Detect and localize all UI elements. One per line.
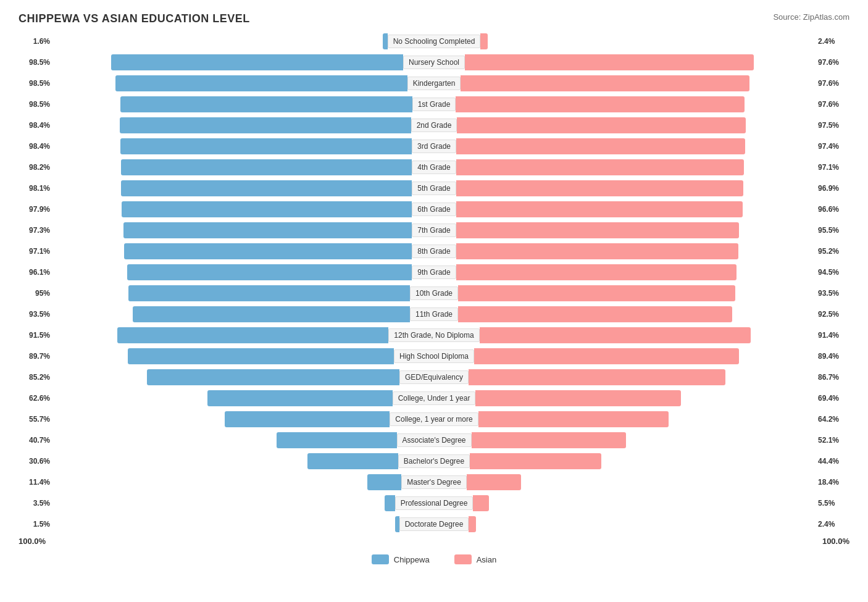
chart-row: 55.7% College, 1 year or more 64.2% xyxy=(19,409,849,429)
right-bar-container xyxy=(473,495,816,511)
left-value: 97.9% xyxy=(19,205,52,214)
right-value: 97.5% xyxy=(816,121,849,130)
chart-row: 1.6% No Schooling Completed 2.4% xyxy=(19,31,849,51)
row-label: 3rd Grade xyxy=(412,140,456,153)
right-bar-container xyxy=(470,453,816,469)
left-bar xyxy=(123,222,412,238)
left-value: 98.5% xyxy=(19,100,52,109)
right-value: 97.4% xyxy=(816,142,849,151)
right-bar xyxy=(456,243,738,259)
left-bar xyxy=(147,369,399,385)
left-value: 95% xyxy=(19,289,52,298)
left-bar-container xyxy=(52,306,410,322)
left-bar xyxy=(128,348,394,364)
right-value: 93.5% xyxy=(816,289,849,298)
right-bar-container xyxy=(461,75,816,91)
right-value: 89.4% xyxy=(816,352,849,361)
left-bar-container xyxy=(52,75,407,91)
left-bar xyxy=(133,306,410,322)
chart-row: 91.5% 12th Grade, No Diploma 91.4% xyxy=(19,325,849,345)
left-bar xyxy=(128,285,410,301)
left-bar xyxy=(121,180,412,196)
left-bar xyxy=(111,54,403,70)
left-value: 1.6% xyxy=(19,37,52,46)
row-label: 2nd Grade xyxy=(411,119,457,132)
chart-row: 97.3% 7th Grade 95.5% xyxy=(19,220,849,240)
legend: Chippewa Asian xyxy=(19,554,849,564)
right-bar-container xyxy=(456,180,816,196)
left-bar-container xyxy=(52,33,388,49)
chart-row: 1.5% Doctorate Degree 2.4% xyxy=(19,514,849,534)
right-bar xyxy=(480,327,751,343)
source-label: Source: ZipAtlas.com xyxy=(773,12,849,22)
right-bar-container xyxy=(478,411,816,427)
right-bar-container xyxy=(456,201,816,217)
row-label: Doctorate Degree xyxy=(399,517,469,531)
left-value: 98.1% xyxy=(19,184,52,193)
left-bar xyxy=(385,495,395,511)
right-value: 52.1% xyxy=(816,436,849,445)
left-bar xyxy=(115,75,407,91)
right-bar-container xyxy=(456,96,816,112)
row-label: Bachelor's Degree xyxy=(398,454,470,468)
left-bar-container xyxy=(52,285,410,301)
right-bar-container xyxy=(456,243,816,259)
chippewa-color-swatch xyxy=(372,554,389,564)
left-bar xyxy=(207,390,393,406)
right-bar xyxy=(469,516,476,532)
left-value: 98.4% xyxy=(19,142,52,151)
left-bar xyxy=(120,117,411,133)
right-value: 97.6% xyxy=(816,100,849,109)
chart-row: 98.4% 3rd Grade 97.4% xyxy=(19,136,849,156)
left-bar-container xyxy=(52,117,411,133)
right-bar-container xyxy=(456,222,816,238)
right-value: 95.5% xyxy=(816,226,849,235)
left-bar-container xyxy=(52,369,399,385)
legend-item-chippewa: Chippewa xyxy=(372,554,430,564)
left-bar-container xyxy=(52,390,393,406)
left-bar xyxy=(395,516,399,532)
row-label: College, 1 year or more xyxy=(390,412,478,426)
row-label: 4th Grade xyxy=(412,161,456,174)
chart-row: 97.1% 8th Grade 95.2% xyxy=(19,241,849,261)
right-bar-container xyxy=(458,306,816,322)
left-bar xyxy=(117,327,388,343)
right-bar-container xyxy=(457,117,816,133)
right-bar xyxy=(458,285,735,301)
left-value: 93.5% xyxy=(19,310,52,319)
left-bar xyxy=(121,159,412,175)
asian-color-swatch xyxy=(454,554,472,564)
row-label: Nursery School xyxy=(403,56,465,69)
chart-row: 85.2% GED/Equivalency 86.7% xyxy=(19,367,849,387)
left-value: 97.3% xyxy=(19,226,52,235)
right-bar-container xyxy=(474,348,816,364)
right-bar-container xyxy=(456,159,816,175)
right-value: 64.2% xyxy=(816,415,849,424)
chart-row: 62.6% College, Under 1 year 69.4% xyxy=(19,388,849,408)
right-value: 96.6% xyxy=(816,205,849,214)
left-value: 30.6% xyxy=(19,457,52,466)
right-value: 5.5% xyxy=(816,499,849,508)
left-value: 89.7% xyxy=(19,352,52,361)
row-label: No Schooling Completed xyxy=(388,35,481,48)
left-value: 98.5% xyxy=(19,79,52,88)
right-value: 97.6% xyxy=(816,79,849,88)
left-bar-container xyxy=(52,495,395,511)
left-value: 3.5% xyxy=(19,499,52,508)
right-bar xyxy=(475,390,681,406)
right-bar xyxy=(456,222,739,238)
row-label: 9th Grade xyxy=(412,265,456,279)
right-bar xyxy=(472,432,626,448)
row-label: Associate's Degree xyxy=(397,433,472,447)
legend-item-asian: Asian xyxy=(454,554,497,564)
right-bar-container xyxy=(465,54,816,70)
right-bar xyxy=(456,96,745,112)
chart-row: 98.2% 4th Grade 97.1% xyxy=(19,157,849,177)
left-bar xyxy=(307,453,398,469)
row-label: 12th Grade, No Diploma xyxy=(388,328,479,342)
row-label: 11th Grade xyxy=(410,307,458,321)
right-bar-container xyxy=(469,516,816,532)
left-bar-container xyxy=(52,432,397,448)
left-bar-container xyxy=(52,264,412,280)
right-bar xyxy=(473,495,489,511)
